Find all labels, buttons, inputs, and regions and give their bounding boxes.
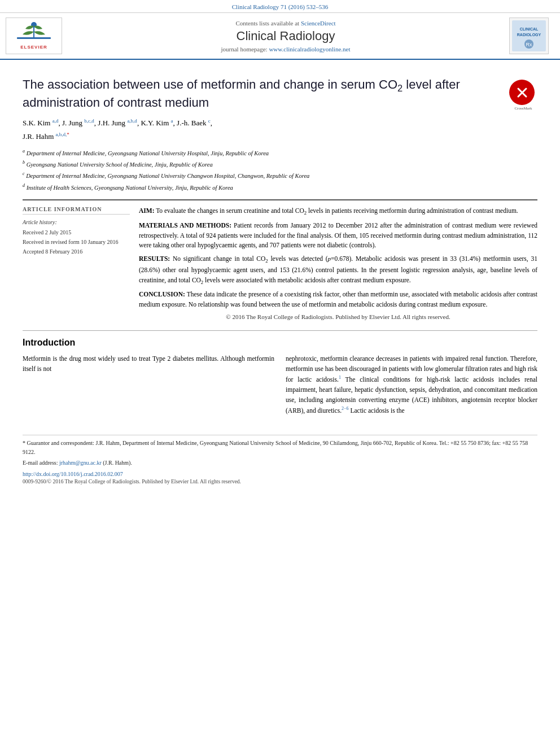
accepted-date: Accepted 8 February 2016 [23,247,130,256]
svg-text:ELSEVIER: ELSEVIER [20,45,47,50]
top-bar: Clinical Radiology 71 (2016) 532–536 [0,0,560,13]
affiliation-d: d Institute of Health Sciences, Gyeongsa… [23,182,537,193]
svg-text:Rx: Rx [526,42,532,47]
svg-text:CLINICAL: CLINICAL [520,27,539,31]
article-info-col: ARTICLE INFORMATION Article history: Rec… [23,206,130,320]
article-content: The association between use of metformin… [0,60,560,426]
doi-link[interactable]: http://dx.doi.org/10.1016/j.crad.2016.02… [23,471,123,477]
introduction-section: Introduction Metformin is the drug most … [23,338,537,420]
article-dates: Received 2 July 2015 Received in revised… [23,228,130,256]
article-history-label: Article history: [23,219,130,225]
journal-title-header: Clinical Radiology [62,29,509,43]
abstract-methods: MATERIALS AND METHODS: Patient records f… [139,221,537,251]
email-link[interactable]: jrhahm@gnu.ac.kr [59,460,102,466]
abstract-copyright: © 2016 The Royal College of Radiologists… [139,313,537,320]
intro-two-col: Metformin is the drug most widely used t… [23,353,537,420]
journal-logo-right: CLINICAL RADIOLOGY Rx [509,18,554,54]
intro-left: Metformin is the drug most widely used t… [23,353,274,420]
intro-right: nephrotoxic, metformin clearance decreas… [286,353,537,420]
footnote-section: * Guarantor and correspondent: J.R. Hahm… [23,435,537,468]
affiliations: a Department of Internal Medicine, Gyeon… [23,148,537,193]
guarantor-note: * Guarantor and correspondent: J.R. Hahm… [23,439,537,457]
article-title: The association between use of metformin… [23,77,504,111]
elsevier-logo: ELSEVIER [6,18,62,54]
received-date: Received 2 July 2015 [23,228,130,237]
article-footer: * Guarantor and correspondent: J.R. Hahm… [0,435,560,484]
affiliation-b: b Gyeongsang National University School … [23,159,537,169]
journal-center: Contents lists available at ScienceDirec… [62,20,509,53]
homepage-url[interactable]: www.clinicalradiologyonline.net [269,46,350,53]
intro-right-para: nephrotoxic, metformin clearance decreas… [286,353,537,416]
affiliation-a: a Department of Internal Medicine, Gyeon… [23,148,537,158]
authors-line: S.K. Kim a,d, J. Jung b,c,d, J.H. Jung a… [23,116,537,143]
copyright-footer: 0009-9260/© 2016 The Royal College of Ra… [23,479,537,484]
svg-text:RADIOLOGY: RADIOLOGY [517,33,541,37]
abstract-conclusion: CONCLUSION: These data indicate the pres… [139,290,537,310]
science-direct-line: Contents lists available at ScienceDirec… [62,20,509,27]
doi-line: http://dx.doi.org/10.1016/j.crad.2016.02… [23,471,537,477]
abstract-aim: AIM: To evaluate the changes in serum cr… [139,206,537,217]
intro-left-para: Metformin is the drug most widely used t… [23,353,274,374]
journal-homepage-line: journal homepage: www.clinicalradiologyo… [62,46,509,53]
abstract-col: AIM: To evaluate the changes in serum cr… [139,206,537,320]
introduction-title: Introduction [23,338,537,348]
crossmark-label: CrossMark [509,106,537,111]
title-section: The association between use of metformin… [23,77,537,111]
two-col-section: ARTICLE INFORMATION Article history: Rec… [23,206,537,320]
divider-1 [23,199,537,200]
science-direct-link[interactable]: ScienceDirect [301,20,336,27]
abstract-results: RESULTS: No significant change in total … [139,254,537,286]
journal-header: ELSEVIER Contents lists available at Sci… [0,13,560,60]
divider-2 [23,330,537,331]
received-revised-date: Received in revised form 10 January 2016 [23,237,130,247]
affiliation-c: c Department of Internal Medicine, Gyeon… [23,171,537,181]
email-note: E-mail address: jrhahm@gnu.ac.kr (J.R. H… [23,458,537,468]
article-info-title: ARTICLE INFORMATION [23,206,130,215]
crossmark-badge: CrossMark [509,80,537,111]
journal-citation: Clinical Radiology 71 (2016) 532–536 [232,3,328,10]
